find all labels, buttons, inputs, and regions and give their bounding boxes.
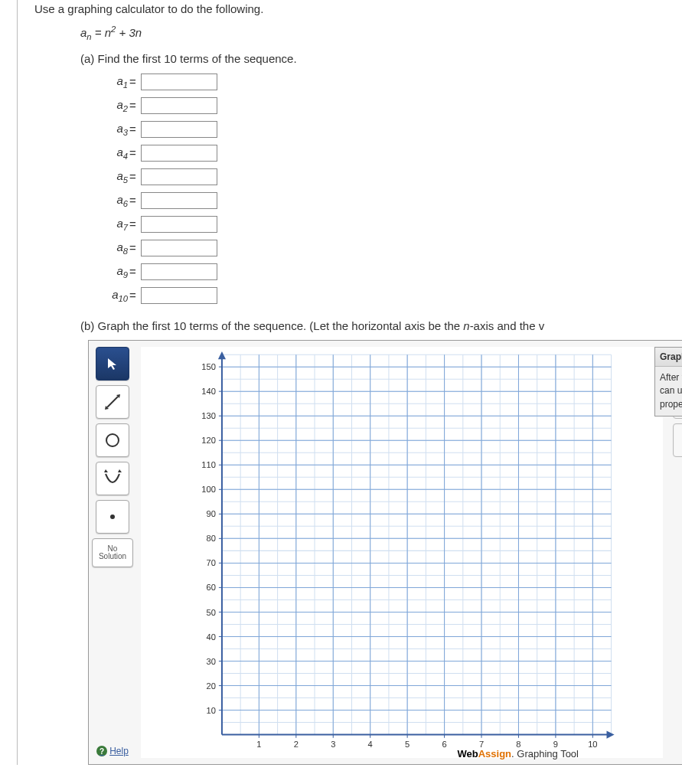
term-row: a6 = [94,190,682,211]
part-b-text: (b) Graph the first 10 terms of the sequ… [80,319,682,332]
svg-text:2: 2 [294,740,299,749]
parabola-tool[interactable] [96,462,129,495]
instruction-text: Use a graphing calculator to do the foll… [34,2,682,15]
help-icon: ? [96,746,107,756]
term-row: a10 = [94,285,682,305]
line-tool[interactable] [96,385,129,419]
term-row: a9 = [94,261,682,282]
term-input-a5[interactable] [141,168,217,185]
svg-text:70: 70 [206,558,215,567]
svg-text:6: 6 [442,740,446,749]
term-label: a8 [94,240,128,256]
term-row: a4 = [94,142,682,163]
term-label: a5 [94,169,128,185]
svg-point-4 [106,434,119,446]
fill-button[interactable]: ⤵ Fill [673,423,682,457]
svg-text:140: 140 [201,387,216,396]
term-input-a4[interactable] [141,145,217,162]
brand-footer: WebAssign. Graphing Tool [458,748,579,760]
term-input-a10[interactable] [141,287,217,304]
term-input-a9[interactable] [141,263,217,280]
term-label: a7 [94,217,128,232]
term-label: a6 [94,193,128,208]
svg-text:100: 100 [201,485,216,494]
svg-text:8: 8 [516,740,520,749]
svg-marker-0 [108,358,116,370]
svg-text:40: 40 [206,632,215,642]
graph-canvas[interactable]: 1234567891010203040506070809010011012013… [141,347,663,758]
term-input-a2[interactable] [141,97,217,114]
term-label: a4 [94,145,128,161]
svg-marker-5 [104,469,108,472]
term-input-a3[interactable] [141,121,217,138]
term-row: a7 = [94,214,682,234]
term-input-a7[interactable] [141,216,217,233]
part-a-text: (a) Find the first 10 terms of the seque… [80,52,682,65]
left-toolbar: No Solution ? Help [89,341,136,764]
sequence-formula: an = n2 + 3n [80,24,682,41]
graph-layers-title: Graph La [655,348,682,367]
svg-text:60: 60 [206,583,215,592]
svg-text:130: 130 [201,411,216,420]
term-label: a3 [94,122,128,137]
svg-text:5: 5 [405,740,410,749]
term-label: a10 [94,288,128,303]
term-row: a8 = [94,237,682,258]
help-link[interactable]: ? Help [96,746,129,756]
svg-text:120: 120 [201,436,216,445]
svg-text:20: 20 [206,681,215,691]
svg-text:1: 1 [256,740,261,749]
term-label: a2 [94,98,128,113]
term-label: a1 [94,74,128,90]
term-row: a3 = [94,119,682,139]
graph-layers-panel: Graph La After you can use propertie [654,347,682,416]
term-row: a1 = [94,71,682,92]
term-input-a1[interactable] [141,74,217,90]
term-input-a6[interactable] [141,192,217,209]
point-tool[interactable] [96,500,129,534]
svg-line-1 [107,397,118,407]
circle-tool[interactable] [96,423,129,457]
svg-text:10: 10 [206,706,215,715]
graphing-tool-panel: No Solution ? Help 123456789101020304050… [88,340,682,765]
select-tool[interactable] [96,347,129,381]
no-solution-tool[interactable]: No Solution [92,538,133,567]
svg-text:80: 80 [206,534,215,543]
term-input-a8[interactable] [141,240,217,256]
term-row: a2 = [94,95,682,116]
svg-text:110: 110 [201,460,216,469]
term-label: a9 [94,264,128,279]
svg-marker-88 [606,731,614,739]
svg-text:90: 90 [206,509,215,518]
term-row: a5 = [94,166,682,187]
svg-text:30: 30 [206,657,215,666]
svg-marker-6 [118,469,122,472]
svg-text:9: 9 [553,740,558,749]
svg-text:3: 3 [331,740,335,749]
svg-text:10: 10 [588,740,597,749]
svg-marker-86 [218,351,226,359]
svg-point-7 [110,514,115,519]
svg-text:50: 50 [206,608,215,617]
svg-text:150: 150 [201,362,216,371]
svg-text:4: 4 [368,740,373,749]
svg-text:7: 7 [479,740,484,749]
